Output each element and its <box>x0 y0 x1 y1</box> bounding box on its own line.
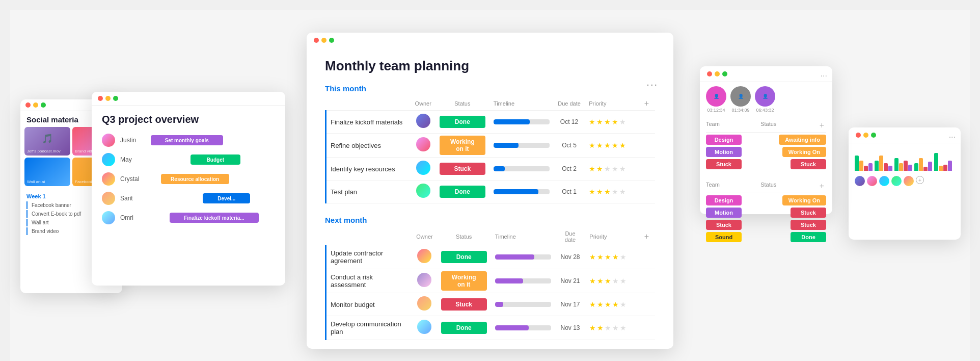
task-name: Refine objectives <box>326 134 411 158</box>
status-cell: Done <box>435 181 489 203</box>
star-icon: ★ <box>589 188 595 196</box>
status-badge: Working On <box>782 147 826 157</box>
chart-bar <box>939 166 943 171</box>
star-icon: ★ <box>605 324 611 332</box>
status-badge: Done <box>440 116 485 128</box>
social-card-label: Jeff's podcast.mov <box>27 149 61 153</box>
star-icon: ★ <box>596 141 603 149</box>
star-icon: ★ <box>597 253 604 261</box>
avatar <box>416 114 430 128</box>
chart-bar <box>884 163 888 171</box>
status-cell: Working on it <box>435 134 489 158</box>
timeline-cell <box>489 111 554 134</box>
gantt-name: Justin <box>120 137 146 144</box>
timeline-fill <box>494 143 519 148</box>
table-row: Monitor budget Stuck Nov 17 ★★★★★ <box>326 293 656 316</box>
dot-red <box>25 102 31 108</box>
add-column-button[interactable]: + <box>642 99 651 108</box>
star-icon: ★ <box>596 118 603 126</box>
owner-cell <box>411 158 435 181</box>
col-owner: Owner <box>411 97 435 111</box>
dot-red <box>856 133 861 138</box>
team-table-bottom: Team Status + Design Working On Motion S… <box>700 175 832 248</box>
extra-cell <box>638 269 655 293</box>
timeline-bar <box>494 143 550 148</box>
col-task <box>326 97 411 111</box>
task-name: Monitor budget <box>326 293 413 316</box>
owner-cell <box>411 181 435 203</box>
add-column-button[interactable]: + <box>818 121 826 130</box>
more-dots-menu[interactable]: ··· <box>646 79 658 90</box>
status-badge: Awaiting info <box>779 135 826 145</box>
chart-bar-group <box>855 156 873 171</box>
chart-bar <box>855 156 859 171</box>
avatar <box>417 249 431 263</box>
due-date-cell: Nov 17 <box>555 293 586 316</box>
extra-cell <box>638 181 655 203</box>
star-icon: ★ <box>605 277 611 285</box>
star-icon: ★ <box>597 277 604 285</box>
gantt-bar-area: Devel... <box>151 192 275 204</box>
chart-bar <box>948 161 952 171</box>
window-chrome <box>849 127 961 143</box>
extra-cell <box>638 245 655 269</box>
chart-bar <box>888 166 892 171</box>
star-icon: ★ <box>620 253 627 261</box>
chart-bar <box>864 166 868 171</box>
star-icon: ★ <box>619 188 626 196</box>
gantt-row: Justin Set monthly goals <box>102 134 275 147</box>
team-badge: Motion <box>706 208 742 218</box>
timeline-fill <box>495 278 523 283</box>
gantt-row: Crystal Resource allocation <box>102 172 275 186</box>
small-avatar <box>855 176 865 186</box>
timeline-cell <box>491 293 555 316</box>
star-icon: ★ <box>612 118 618 126</box>
chart-bar <box>868 163 873 171</box>
q3-overview-window: Q3 project overview Justin Set monthly g… <box>92 92 285 286</box>
avatar <box>416 137 430 151</box>
this-month-table: Owner Status Timeline Due date Priority … <box>325 97 655 203</box>
due-date-cell: Oct 2 <box>554 158 585 181</box>
status-cell: Working on it <box>437 269 491 293</box>
timeline-cell <box>491 269 555 293</box>
due-date-cell: Oct 5 <box>554 134 585 158</box>
gantt-bar-area: Budget <box>151 153 275 166</box>
status-badge: Stuck <box>440 163 485 175</box>
social-card: Wall art.ai <box>24 158 70 186</box>
due-date-cell: Oct 12 <box>554 111 585 134</box>
more-dots-menu[interactable]: ··· <box>821 71 827 81</box>
col-priority: Priority <box>585 97 638 111</box>
due-date-cell: Nov 21 <box>555 269 586 293</box>
status-badge: Done <box>791 232 826 242</box>
chart-bar-group <box>875 156 892 171</box>
next-month-header: Next month <box>325 216 655 224</box>
add-column-button[interactable]: + <box>642 232 651 241</box>
task-name: Identify key resources <box>326 158 411 181</box>
add-avatar-button[interactable]: + <box>916 176 924 184</box>
timeline-cell <box>489 134 554 158</box>
next-month-table: Owner Status Timeline Due date Priority … <box>325 228 655 340</box>
due-date-cell: Nov 13 <box>555 316 586 340</box>
timeline-fill <box>495 302 504 307</box>
star-icon: ★ <box>596 188 603 196</box>
timeline-cell <box>489 181 554 203</box>
star-icon: ★ <box>605 300 611 308</box>
timeline-fill <box>494 189 538 194</box>
gantt-row: May Budget <box>102 153 275 166</box>
more-dots-menu[interactable]: ··· <box>949 133 956 142</box>
team-badge: Design <box>706 135 742 145</box>
timeline-bar <box>494 189 550 194</box>
timeline-bar <box>495 278 551 283</box>
video-time: 01:34:09 <box>731 108 749 113</box>
social-card-label: Wall art.ai <box>27 179 45 184</box>
star-icon: ★ <box>612 277 619 285</box>
dot-yellow <box>33 102 38 108</box>
extra-cell <box>638 158 655 181</box>
table-row: Identify key resources Stuck Oct 2 ★★★★★ <box>326 158 656 181</box>
col-priority: Priority <box>585 228 638 245</box>
small-avatar <box>891 176 902 186</box>
priority-cell: ★★★★★ <box>585 245 638 269</box>
add-column-button[interactable]: + <box>818 182 826 191</box>
team-badge: Stuck <box>706 220 742 230</box>
priority-cell: ★★★★★ <box>585 134 638 158</box>
